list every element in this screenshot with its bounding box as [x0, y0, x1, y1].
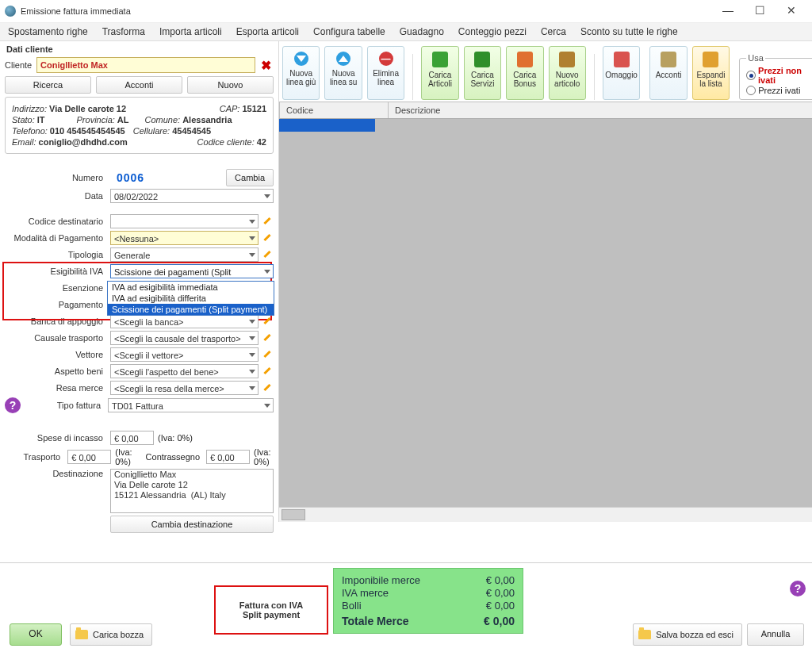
carica-servizi-button[interactable]: Carica Servizi	[464, 46, 501, 100]
box-icon	[559, 52, 575, 67]
nuovo-button[interactable]: Nuovo	[187, 76, 274, 94]
imponibile-value: € 0,00	[486, 574, 515, 586]
aspetto-field[interactable]: <Scegli l'aspetto del bene>	[110, 364, 259, 378]
menu-sconto[interactable]: Sconto su tutte le righe	[580, 26, 678, 37]
destinazione-field[interactable]	[110, 469, 274, 513]
right-panel: Nuova linea giù Nuova linea su —Elimina …	[279, 41, 812, 522]
esigiva-opt-1[interactable]: IVA ad esigibilità differita	[108, 293, 274, 304]
bonus-icon	[517, 52, 533, 67]
resa-field[interactable]: <Scegli la resa della merce>	[110, 381, 259, 395]
gift-icon	[614, 52, 630, 67]
totale-value: € 0,00	[484, 615, 515, 627]
menu-cerca[interactable]: Cerca	[541, 26, 566, 37]
iva-value: € 0,00	[486, 587, 515, 599]
esigiva-opt-0[interactable]: IVA ad esigibilità immediata	[108, 282, 274, 293]
menu-configura[interactable]: Configura tabelle	[313, 26, 385, 37]
annulla-button[interactable]: Annulla	[747, 623, 804, 646]
esigiva-field[interactable]: Scissione dei pagamenti (Split payment)	[110, 264, 274, 278]
carica-bonus-button[interactable]: Carica Bonus	[506, 46, 543, 100]
menu-importa[interactable]: Importa articoli	[159, 26, 222, 37]
money-icon	[661, 52, 676, 67]
tipologia-field[interactable]: Generale	[110, 247, 259, 262]
help-icon[interactable]: ?	[790, 581, 806, 596]
client-address: Via Delle carote 12	[49, 104, 126, 113]
ricerca-button[interactable]: Ricerca	[5, 76, 91, 94]
grid-body[interactable]	[279, 119, 812, 507]
edit-icon[interactable]	[262, 366, 274, 377]
menu-esporta[interactable]: Esporta articoli	[236, 26, 299, 37]
acconti-button[interactable]: Acconti	[96, 76, 182, 94]
coddest-field[interactable]	[110, 214, 259, 228]
iva-note-box: Fattura con IVA Split payment	[214, 585, 328, 635]
radio-prezzi-ivati[interactable]: Prezzi ivati	[746, 86, 812, 95]
esigiva-dropdown[interactable]: IVA ad esigibilità immediata IVA ad esig…	[107, 281, 274, 316]
scroll-thumb[interactable]	[282, 509, 305, 520]
selected-row[interactable]	[279, 119, 375, 132]
edit-icon[interactable]	[262, 216, 274, 227]
window-title: Emissione fattura immediata	[21, 6, 712, 16]
clear-client-icon[interactable]: ✖	[259, 58, 274, 73]
totals-box: Imponibile merce€ 0,00 IVA merce€ 0,00 B…	[333, 568, 523, 634]
numero-value: 0006	[117, 171, 144, 184]
esigiva-opt-2[interactable]: Scissione dei pagamenti (Split payment)	[108, 304, 274, 315]
client-name-field[interactable]: Conigllietto Max	[36, 57, 255, 73]
carica-articoli-button[interactable]: Carica Articoli	[421, 46, 458, 100]
client-label: Cliente	[5, 60, 33, 70]
edit-icon[interactable]	[262, 332, 274, 343]
left-panel: Dati cliente Cliente Conigllietto Max ✖ …	[0, 41, 279, 522]
vettore-field[interactable]: <Scegli il vettore>	[110, 347, 259, 362]
minimize-button[interactable]: —	[712, 2, 744, 21]
nuovo-articolo-button[interactable]: Nuovo articolo	[549, 46, 586, 100]
tipofattura-field[interactable]: TD01 Fattura	[108, 398, 274, 412]
radio-icon	[746, 71, 756, 80]
salva-bozza-button[interactable]: Salva bozza ed esci	[633, 623, 742, 646]
maximize-button[interactable]: ☐	[744, 2, 776, 21]
app-icon	[5, 6, 16, 17]
expand-icon	[703, 52, 718, 67]
nuova-linea-su-button[interactable]: Nuova linea su	[324, 46, 362, 100]
menu-guadagno[interactable]: Guadagno	[400, 26, 444, 37]
menu-conteggio[interactable]: Conteggio pezzi	[458, 26, 527, 37]
toolbar: Nuova linea giù Nuova linea su —Elimina …	[279, 41, 812, 102]
carica-bozza-button[interactable]: Carica bozza	[70, 623, 152, 646]
cart-icon	[432, 52, 448, 67]
contrassegno-field[interactable]: € 0,00	[206, 450, 250, 464]
edit-icon[interactable]	[262, 382, 274, 393]
menubar: Spostamento righe Trasforma Importa arti…	[0, 23, 812, 41]
client-cell: 45454545	[172, 126, 211, 136]
omaggio-button[interactable]: Omaggio	[603, 46, 640, 100]
help-icon[interactable]: ?	[5, 397, 21, 413]
spese-field[interactable]: € 0,00	[110, 431, 154, 445]
edit-icon[interactable]	[262, 316, 274, 327]
ok-button[interactable]: OK	[10, 623, 62, 646]
client-comune: Alessandria	[182, 115, 232, 125]
cambia-button[interactable]: Cambia	[226, 169, 274, 186]
cambia-destinazione-button[interactable]: Cambia destinazione	[110, 516, 274, 533]
edit-icon[interactable]	[262, 249, 274, 260]
col-codice[interactable]: Codice	[280, 102, 389, 118]
causale-field[interactable]: <Scegli la causale del trasporto>	[110, 331, 259, 345]
horizontal-scrollbar[interactable]	[279, 507, 812, 522]
arrow-up-icon	[336, 52, 350, 66]
folder-icon	[75, 630, 88, 639]
trasporto-field[interactable]: € 0,00	[67, 450, 111, 464]
nuova-linea-giu-button[interactable]: Nuova linea giù	[282, 46, 320, 100]
menu-trasforma[interactable]: Trasforma	[102, 26, 145, 37]
modpag-field[interactable]: <Nessuna>	[110, 231, 259, 245]
banca-field[interactable]: <Scegli la banca>	[110, 314, 259, 328]
edit-icon[interactable]	[262, 232, 274, 244]
grid-header: Codice Descrizione	[279, 102, 812, 119]
client-section-title: Dati cliente	[6, 44, 274, 54]
client-tel: 010 454545454545	[50, 126, 125, 136]
elimina-linea-button[interactable]: —Elimina linea	[367, 46, 404, 100]
edit-icon[interactable]	[262, 349, 274, 360]
folder-icon	[638, 630, 651, 639]
close-button[interactable]: ✕	[776, 2, 807, 21]
acconti-toolbar-button[interactable]: Acconti	[649, 46, 687, 100]
usa-group: Usa Prezzi non ivati Prezzi ivati	[739, 53, 812, 100]
menu-spostamento[interactable]: Spostamento righe	[8, 26, 88, 37]
espandi-button[interactable]: Espandi la lista	[692, 46, 730, 100]
radio-prezzi-non-ivati[interactable]: Prezzi non ivati	[746, 66, 812, 85]
data-field[interactable]: 08/02/2022	[110, 189, 274, 203]
col-descrizione[interactable]: Descrizione	[389, 102, 812, 118]
